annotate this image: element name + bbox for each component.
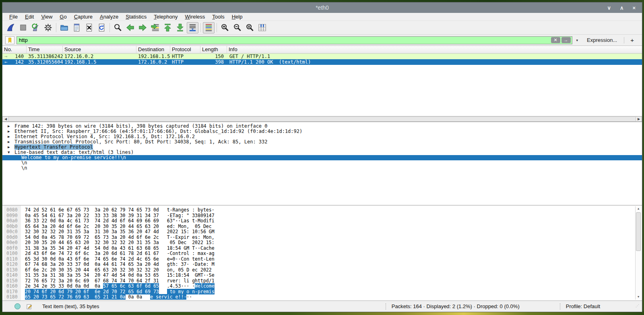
filter-apply-button[interactable]: → [561, 37, 571, 43]
packet-cell-proto: HTTP [170, 59, 200, 65]
expander-right-icon[interactable]: ▶ [8, 129, 10, 134]
filter-add-button[interactable]: + [626, 37, 639, 44]
resize-columns-icon[interactable] [256, 22, 268, 33]
reload-file-icon[interactable] [96, 22, 107, 33]
detail-row[interactable]: \n [2, 166, 642, 171]
expander-right-icon[interactable]: ▶ [8, 134, 10, 139]
open-file-icon[interactable] [58, 22, 70, 33]
minimize-icon[interactable]: ∨ [607, 5, 611, 10]
zoom-in-icon[interactable] [219, 22, 231, 33]
detail-row[interactable]: ▶Transmission Control Protocol, Src Port… [2, 139, 642, 145]
column-header-time[interactable]: Time [27, 46, 63, 53]
go-last-icon[interactable] [174, 22, 186, 33]
hex-row[interactable]: 00f031 38 3a 35 34 20 47 4d 54 0d 0a 43 … [2, 246, 642, 251]
hex-row[interactable]: 00d054 0d 0a 45 78 70 69 72 65 73 3a 20 … [2, 235, 642, 240]
detail-row[interactable]: Welcome to my on-premise service!!\n [2, 155, 642, 160]
resize-grip-icon[interactable]: ⋰ [636, 304, 639, 308]
zoom-out-icon[interactable] [231, 22, 243, 33]
colorize-icon[interactable] [203, 22, 215, 33]
hex-row[interactable]: 012067 74 68 3a 20 33 37 0d 0a 44 61 74 … [2, 262, 642, 267]
auto-scroll-icon[interactable] [187, 22, 198, 33]
menu-item-wireless[interactable]: Wireless [182, 14, 209, 20]
capture-options-icon[interactable] [42, 22, 54, 33]
packet-bytes-scrollbar[interactable]: ▲ ▼ [635, 206, 641, 300]
filter-input[interactable] [17, 37, 551, 44]
zoom-original-icon[interactable] [244, 22, 256, 33]
column-header-destination[interactable]: Destination [136, 46, 170, 53]
menu-item-go[interactable]: Go [56, 14, 70, 20]
column-header-info[interactable]: Info [227, 46, 642, 53]
hex-ascii: 2022 15: 10:56 GM [167, 229, 215, 234]
hex-bytes: 0a 45 54 61 67 3a 20 22 33 33 38 30 39 3… [25, 213, 159, 218]
column-header-source[interactable]: Source [63, 46, 136, 53]
expander-down-icon[interactable]: ▼ [8, 150, 10, 155]
start-capture-icon[interactable] [5, 22, 17, 33]
restart-capture-icon[interactable] [30, 22, 41, 33]
expander-right-icon[interactable]: ▶ [8, 139, 10, 145]
hex-row[interactable]: 017020 74 6f 20 6d 79 20 6f 6e 2d 70 72 … [2, 289, 642, 295]
hex-row[interactable]: 008074 2d 52 61 6e 67 65 73 3a 20 62 79 … [2, 207, 642, 213]
menu-item-analyze[interactable]: Analyze [96, 14, 122, 20]
menu-item-view[interactable]: View [37, 14, 56, 20]
detail-row[interactable]: \n [2, 160, 642, 166]
filter-bookmark-button[interactable] [5, 36, 14, 44]
menu-item-capture[interactable]: Capture [70, 14, 96, 20]
detail-text: Internet Protocol Version 4, Src: 192.16… [14, 134, 195, 139]
hex-row[interactable]: 00900a 45 54 61 67 3a 20 22 33 33 38 30 … [2, 213, 642, 219]
go-first-icon[interactable] [162, 22, 173, 33]
hex-row[interactable]: 01306f 6e 2c 20 30 35 20 44 65 63 20 32 … [2, 267, 642, 273]
close-file-icon[interactable] [83, 22, 95, 33]
packet-row[interactable]: ←14235.312055604192.168.1.5172.16.0.2HTT… [2, 59, 642, 65]
menu-item-tools[interactable]: Tools [208, 14, 228, 20]
hex-row[interactable]: 015072 76 65 72 3a 20 6c 69 67 68 74 74 … [2, 278, 642, 284]
menu-item-file[interactable]: File [6, 14, 21, 20]
hex-bytes: 20 30 35 20 44 65 63 20 32 30 32 32 20 3… [25, 240, 159, 245]
title-bar[interactable]: *eth0 ∨ ∧ × [2, 2, 642, 13]
go-to-packet-icon[interactable] [149, 22, 161, 33]
column-header-protocol[interactable]: Protocol [170, 46, 200, 53]
packet-list-horizontal-scrollbar[interactable]: ◀ ▶ [2, 116, 642, 122]
scroll-up-arrow-icon[interactable]: ▲ [636, 206, 641, 211]
scroll-right-arrow-icon[interactable]: ▶ [636, 116, 642, 122]
go-back-icon[interactable] [124, 22, 136, 33]
hex-row[interactable]: 00e020 30 35 20 44 65 63 20 32 30 32 32 … [2, 240, 642, 246]
maximize-icon[interactable]: ∧ [620, 5, 624, 10]
status-profile[interactable]: Profile: Default [566, 303, 600, 309]
expression-button[interactable]: Expression... [582, 37, 622, 43]
menu-item-edit[interactable]: Edit [21, 14, 37, 20]
expander-right-icon[interactable]: ▶ [8, 145, 10, 150]
hex-row[interactable]: 018065 20 73 65 72 76 69 63 65 21 21 0a … [2, 294, 642, 300]
hex-row[interactable]: 014031 35 3a 31 38 3a 35 34 20 47 4d 54 … [2, 273, 642, 278]
hex-ascii: 05 Dec 2022 15: [167, 240, 215, 245]
hex-row[interactable]: 01602e 34 2e 35 33 0d 0a 0d 0a 57 65 6c … [2, 284, 642, 289]
hex-row[interactable]: 01002d 43 6f 6e 74 72 6f 6c 3a 20 6d 61 … [2, 251, 642, 257]
menu-item-statistics[interactable]: Statistics [122, 14, 150, 20]
stop-capture-icon[interactable] [17, 22, 29, 33]
column-header-no[interactable]: No. [2, 46, 27, 53]
toolbar-separator [217, 23, 217, 32]
go-forward-icon[interactable] [137, 22, 149, 33]
filter-history-dropdown-icon[interactable]: ▾ [574, 38, 580, 42]
find-packet-icon[interactable] [112, 22, 124, 33]
hex-bytes: 20 74 6f 20 6d 79 20 6f 6e 2d 70 72 65 6… [25, 289, 159, 294]
hex-row[interactable]: 011065 3d 30 0d 0a 43 6f 6e 74 65 6e 74 … [2, 257, 642, 262]
menu-item-help[interactable]: Help [228, 14, 246, 20]
hex-bytes: 67 74 68 3a 20 33 37 0d 0a 44 61 74 65 3… [25, 261, 159, 267]
filter-clear-button[interactable]: ✕ [551, 37, 560, 43]
capture-comment-icon[interactable] [26, 303, 33, 310]
vertical-scroll-thumb[interactable] [636, 212, 641, 251]
expert-info-icon[interactable] [14, 303, 21, 309]
hex-row[interactable]: 00c032 30 32 32 20 31 35 3a 31 30 3a 35 … [2, 229, 642, 235]
menu-item-telephony[interactable]: Telephony [150, 14, 181, 20]
scroll-left-arrow-icon[interactable]: ◀ [2, 116, 9, 122]
hex-row[interactable]: 00b065 64 3a 20 4d 6f 6e 2c 20 30 35 20 … [2, 224, 642, 230]
hex-offset: 0110 [6, 257, 25, 262]
expander-right-icon[interactable]: ▶ [8, 124, 10, 129]
save-file-icon[interactable] [71, 22, 83, 33]
scroll-down-arrow-icon[interactable]: ▼ [636, 294, 641, 300]
packet-row[interactable]: →14035.311386242172.16.0.2192.168.1.5HTT… [2, 54, 642, 59]
close-icon[interactable]: × [632, 5, 636, 10]
column-header-length[interactable]: Length [200, 46, 227, 53]
hex-row[interactable]: 00a036 33 22 0d 0a 4c 61 73 74 2d 4d 6f … [2, 218, 642, 224]
horizontal-scroll-thumb[interactable] [9, 116, 636, 122]
